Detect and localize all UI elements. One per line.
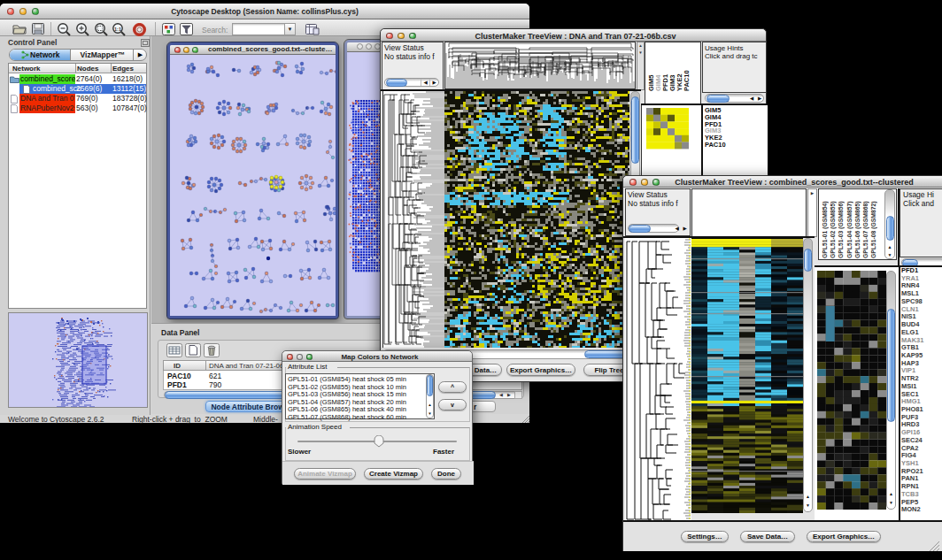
svg-text:GPL51-01 (GSM854): GPL51-01 (GSM854) xyxy=(822,201,829,258)
svg-text:GPL51-08 (GSM872): GPL51-08 (GSM872) xyxy=(870,201,877,258)
svg-text:GIM3: GIM3 xyxy=(669,75,676,91)
svg-text:GIM4: GIM4 xyxy=(655,74,662,91)
svg-text:GPL51-07 (GSM868): GPL51-07 (GSM868) xyxy=(862,201,869,258)
svg-text:GPL51-06 (GSM865): GPL51-06 (GSM865) xyxy=(854,201,861,258)
svg-text:YKE2: YKE2 xyxy=(676,73,683,91)
svg-text:GPL51-03 (GSM856): GPL51-03 (GSM856) xyxy=(838,201,845,258)
svg-text:PFD1: PFD1 xyxy=(662,74,669,91)
svg-text:GPL51-04 (GSM857): GPL51-04 (GSM857) xyxy=(846,201,853,258)
svg-text:1:1: 1:1 xyxy=(114,27,121,32)
svg-text:GIM5: GIM5 xyxy=(648,75,655,91)
svg-text:PAC10: PAC10 xyxy=(683,70,691,91)
svg-text:GPL51-02 (GSM855): GPL51-02 (GSM855) xyxy=(830,201,837,258)
